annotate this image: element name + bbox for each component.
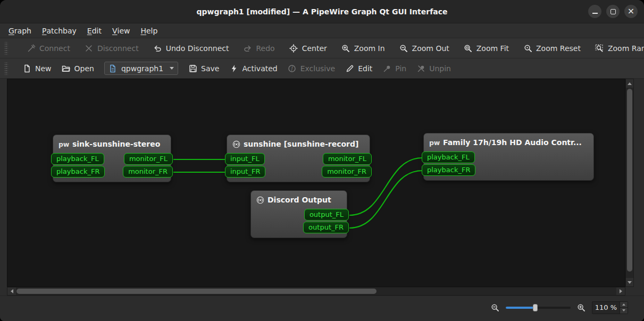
toolbar-undo-disconnect-button[interactable]: Undo Disconnect [153,44,229,53]
unpin-icon [416,64,425,73]
node-discord-output[interactable]: Discord Outputoutput_FLoutput_FR [250,190,347,238]
zoom-in-icon[interactable] [577,303,586,312]
scrollbar-corner [625,287,634,295]
toolbar-new-button[interactable]: New [22,64,52,73]
center-icon [289,44,298,53]
close-button[interactable] [624,5,638,18]
node-sink-sunshine-stereo[interactable]: pwsink-sunshine-stereoplayback_FLplaybac… [53,134,171,182]
graph-canvas[interactable]: pwsink-sunshine-stereoplayback_FLplaybac… [7,79,625,287]
toolbar-label: Unpin [429,64,451,73]
toolbar-center-button[interactable]: Center [289,44,327,53]
toolbar-label: New [35,64,52,73]
horizontal-scroll-thumb[interactable] [16,289,377,294]
port-output-fr[interactable]: output_FR [303,222,349,233]
zoom-reset-icon [523,44,532,53]
toolbar-label: Pin [395,64,406,73]
minimize-button[interactable] [588,5,601,18]
node-sunshine[interactable]: sunshine [sunshine-record]input_FLinput_… [227,134,370,182]
main-area: pwsink-sunshine-stereoplayback_FLplaybac… [0,79,644,287]
port-input-fl[interactable]: input_FL [225,153,265,165]
zoom-value: 110 % [592,302,620,314]
toolbar-zoom-range-button[interactable]: Zoom Range [595,44,644,53]
vertical-scrollbar[interactable] [625,79,634,287]
toolbar-zoom-in-button[interactable]: Zoom In [341,44,385,53]
scroll-left-button[interactable] [7,288,16,295]
open-folder-icon [62,64,71,73]
maximize-button[interactable] [606,5,620,18]
disconnect-icon [85,44,94,53]
zoom-spinbox[interactable]: 110 % [592,301,628,314]
zoom-out-icon [399,44,408,53]
port-monitor-fr[interactable]: monitor_FR [123,166,173,178]
toolbar-qpwgraph1-combo[interactable]: qpwgraph1 [104,62,178,75]
toolbar-activated-button[interactable]: Activated [229,64,277,73]
menu-item-patchbay[interactable]: Patchbay [37,23,82,38]
menu-item-edit[interactable]: Edit [82,23,107,38]
toolbar-graph: ConnectDisconnectUndo DisconnectRedoCent… [0,38,644,58]
vertical-scroll-thumb[interactable] [627,89,632,272]
scroll-right-button[interactable] [616,288,625,295]
redo-icon [243,44,252,53]
arrow-down-icon [622,309,625,311]
connections-layer [7,79,625,286]
horizontal-scroll-track[interactable] [16,288,616,295]
toolbar-edit-button[interactable]: Edit [345,64,372,73]
toolbar-patchbay: NewOpenqpwgraph1SaveActivatedfExclusiveE… [0,58,644,79]
vertical-scroll-track[interactable] [626,88,633,278]
zoom-slider[interactable] [506,303,571,312]
toolbar-label: Undo Disconnect [166,44,229,53]
zoom-slider-handle[interactable] [533,304,538,311]
menu-item-view[interactable]: View [107,23,136,38]
spin-up-button[interactable] [620,302,628,308]
arrow-left-icon [11,289,13,293]
zoom-out-icon[interactable] [491,303,499,312]
toolbar-zoom-fit-button[interactable]: Zoom Fit [464,44,509,53]
menu-item-help[interactable]: Help [135,23,163,38]
port-input-fr[interactable]: input_FR [225,166,265,178]
port-monitor-fl[interactable]: monitor_FL [323,153,372,165]
node-title: Family 17h/19h HD Audio Contr... [443,138,582,147]
scroll-down-button[interactable] [626,278,633,286]
toolbar-label: qpwgraph1 [121,64,163,73]
toolbar-label: Zoom In [354,44,385,53]
toolbar-zoom-out-button[interactable]: Zoom Out [399,44,449,53]
window-title: qpwgraph1 [modified] — A PipeWire Graph … [197,7,448,16]
activated-icon [229,64,238,73]
app-window: qpwgraph1 [modified] — A PipeWire Graph … [0,0,644,321]
toolbar-zoom-reset-button[interactable]: Zoom Reset [523,44,581,53]
port-playback-fl[interactable]: playback_FL [422,151,475,163]
node-title: Discord Output [267,196,331,204]
toolbar-save-button[interactable]: Save [188,64,219,73]
port-monitor-fl[interactable]: monitor_FL [124,153,173,165]
patchbay-file-icon [108,64,118,73]
toolbar-grip[interactable] [4,62,8,75]
toolbar-open-button[interactable]: Open [62,64,94,73]
spin-down-button[interactable] [620,308,628,314]
horizontal-scrollbar[interactable] [7,287,625,295]
scroll-up-button[interactable] [626,79,633,88]
window-controls [588,0,638,23]
toolbar-label: Zoom Reset [536,44,581,53]
toolbar-exclusive-button: fExclusive [288,64,335,73]
port-output-fl[interactable]: output_FL [304,209,349,221]
menubar: GraphPatchbayEditViewHelp [0,23,644,38]
node-family-audio[interactable]: pwFamily 17h/19h HD Audio Contr...playba… [423,133,594,181]
toolbar-label: Center [302,44,327,53]
arrow-up-icon [628,82,632,85]
toolbar-label: Open [74,64,94,73]
toolbar-grip[interactable] [4,42,8,55]
arrow-right-icon [620,289,622,293]
port-monitor-fr[interactable]: monitor_FR [322,166,372,178]
port-playback-fr[interactable]: playback_FR [51,166,105,178]
port-playback-fr[interactable]: playback_FR [422,164,475,176]
zoom-slider-track [506,307,571,309]
toolbar-label: Zoom Out [412,44,449,53]
port-playback-fl[interactable]: playback_FL [51,153,104,165]
zoom-range-icon [595,44,604,53]
toolbar-unpin-button: Unpin [416,64,451,73]
toolbar-label: Activated [242,64,277,73]
menu-item-graph[interactable]: Graph [3,23,37,38]
pin-icon [382,64,391,73]
toolbar-pin-button: Pin [382,64,406,73]
toolbar-label: Disconnect [97,44,139,53]
